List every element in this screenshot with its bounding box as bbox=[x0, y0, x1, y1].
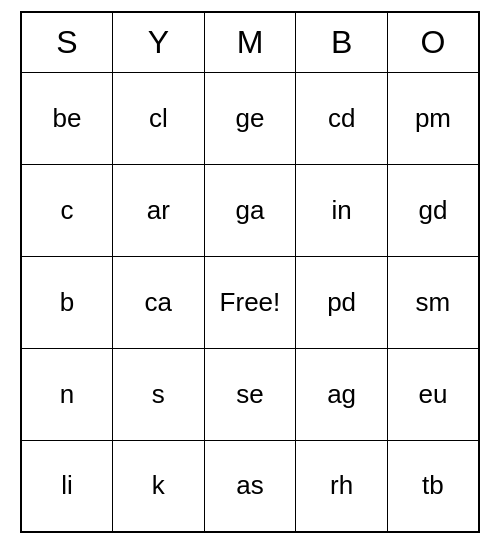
bingo-cell-r0-c4: pm bbox=[387, 72, 479, 164]
bingo-cell-r0-c1: cl bbox=[113, 72, 205, 164]
bingo-cell-r2-c2: Free! bbox=[204, 256, 296, 348]
bingo-row-2: bcaFree!pdsm bbox=[21, 256, 479, 348]
bingo-cell-r4-c0: li bbox=[21, 440, 113, 532]
bingo-row-0: beclgecdpm bbox=[21, 72, 479, 164]
header-row: SYMBO bbox=[21, 12, 479, 72]
header-cell-m: M bbox=[204, 12, 296, 72]
header-cell-y: Y bbox=[113, 12, 205, 72]
bingo-cell-r4-c1: k bbox=[113, 440, 205, 532]
bingo-cell-r1-c4: gd bbox=[387, 164, 479, 256]
bingo-cell-r0-c3: cd bbox=[296, 72, 388, 164]
bingo-cell-r3-c4: eu bbox=[387, 348, 479, 440]
bingo-cell-r3-c1: s bbox=[113, 348, 205, 440]
bingo-cell-r4-c3: rh bbox=[296, 440, 388, 532]
bingo-row-1: cargaingd bbox=[21, 164, 479, 256]
bingo-cell-r3-c2: se bbox=[204, 348, 296, 440]
header-cell-o: O bbox=[387, 12, 479, 72]
bingo-cell-r1-c1: ar bbox=[113, 164, 205, 256]
bingo-cell-r2-c1: ca bbox=[113, 256, 205, 348]
bingo-cell-r1-c0: c bbox=[21, 164, 113, 256]
header-cell-s: S bbox=[21, 12, 113, 72]
bingo-row-4: likasrhtb bbox=[21, 440, 479, 532]
bingo-row-3: nsseageu bbox=[21, 348, 479, 440]
bingo-cell-r2-c3: pd bbox=[296, 256, 388, 348]
bingo-cell-r2-c0: b bbox=[21, 256, 113, 348]
bingo-cell-r0-c0: be bbox=[21, 72, 113, 164]
bingo-cell-r3-c3: ag bbox=[296, 348, 388, 440]
bingo-cell-r2-c4: sm bbox=[387, 256, 479, 348]
bingo-cell-r1-c2: ga bbox=[204, 164, 296, 256]
header-cell-b: B bbox=[296, 12, 388, 72]
bingo-cell-r4-c4: tb bbox=[387, 440, 479, 532]
bingo-card: SYMBO beclgecdpmcargaingdbcaFree!pdsmnss… bbox=[20, 11, 480, 533]
bingo-cell-r0-c2: ge bbox=[204, 72, 296, 164]
bingo-cell-r1-c3: in bbox=[296, 164, 388, 256]
bingo-cell-r3-c0: n bbox=[21, 348, 113, 440]
bingo-cell-r4-c2: as bbox=[204, 440, 296, 532]
